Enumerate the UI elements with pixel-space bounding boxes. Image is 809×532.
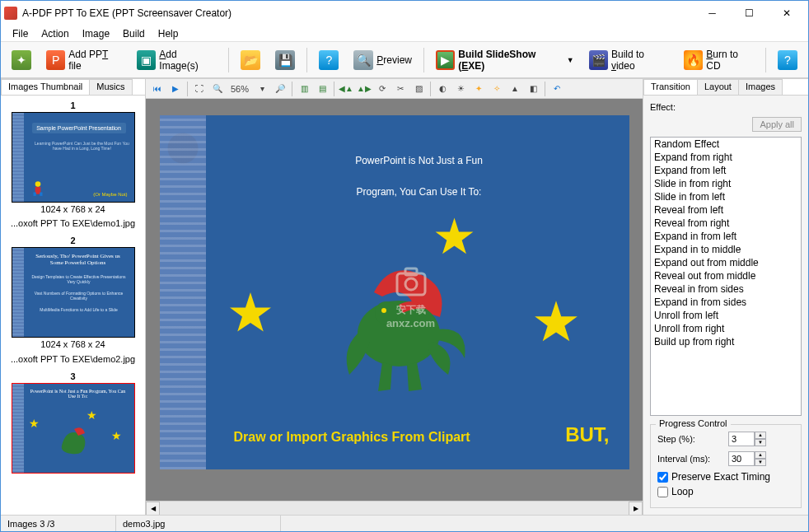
effect-option[interactable]: Expand from right	[651, 151, 801, 164]
thumbnail-item[interactable]: 1 Sample PowerPoint Presentation Learnin…	[4, 99, 142, 231]
tab-transition[interactable]: Transition	[643, 79, 698, 95]
thumbnail-image[interactable]: Seriously, Tho' PowerPoint Gives us Some…	[12, 247, 135, 338]
info-icon: ?	[778, 50, 797, 70]
effect-option[interactable]: Expand out from middle	[651, 256, 801, 269]
effect-option[interactable]: Expand in from sides	[651, 296, 801, 309]
undo-button[interactable]: ↶	[549, 81, 565, 97]
thumbnail-item[interactable]: 3 PowerPoint is Not Just a Fun Program, …	[4, 370, 142, 474]
effect-option[interactable]: Slide in from right	[651, 177, 801, 190]
menu-help[interactable]: Help	[152, 26, 185, 41]
zoom-dropdown[interactable]: ▾	[254, 81, 270, 97]
thumbnail-image[interactable]: Sample PowerPoint Presentation Learning …	[12, 112, 135, 203]
statusbar: Images 3 /3 demo3.jpg	[1, 515, 808, 531]
maximize-button[interactable]: ☐	[731, 2, 768, 25]
rotate-left-button[interactable]: ◀▲	[338, 81, 354, 97]
effect-option[interactable]: Unroll from right	[651, 322, 801, 335]
zoom-out-button[interactable]: 🔍	[209, 81, 226, 97]
rotate-button[interactable]: ⟳	[374, 81, 390, 97]
tab-layout[interactable]: Layout	[697, 79, 739, 95]
effect-button[interactable]: ▨	[410, 81, 427, 97]
horizontal-scrollbar[interactable]: ◀ ▶	[146, 501, 643, 515]
interval-label: Interval (ms):	[657, 454, 723, 464]
effect-option[interactable]: Reveal in from sides	[651, 282, 801, 296]
titlebar: A-PDF PPT To EXE (PPT Screensaver Creato…	[1, 1, 808, 26]
preserve-timing-checkbox[interactable]	[657, 472, 668, 483]
thumbnail-image-selected[interactable]: PowerPoint is Not Just a Fun Program, Yo…	[12, 383, 135, 474]
effect-option[interactable]: Expand from left	[651, 164, 801, 177]
close-button[interactable]: ✕	[768, 2, 805, 25]
minimize-button[interactable]: ─	[694, 2, 731, 25]
color-button[interactable]: ▲	[507, 81, 523, 97]
build-video-button[interactable]: 🎬Build to video	[583, 47, 675, 73]
flip-v-button[interactable]: ▥	[296, 81, 312, 97]
separator	[228, 48, 229, 72]
first-button[interactable]: ⏮	[149, 81, 166, 97]
thumbnail-item[interactable]: 2 Seriously, Tho' PowerPoint Gives us So…	[4, 234, 142, 366]
new-button[interactable]: ✦	[6, 47, 37, 73]
annotation-arrow	[638, 99, 643, 158]
open-button[interactable]: 📂	[235, 47, 266, 73]
build-slideshow-button[interactable]: ▶Build SlideShow (EXE)▼	[430, 47, 580, 73]
rotate-right-button[interactable]: ▲▶	[356, 81, 372, 97]
blur-button[interactable]: ✧	[489, 81, 505, 97]
separator	[423, 48, 424, 72]
help-toolbar-button[interactable]: ?	[313, 47, 344, 73]
preview-area: PowerPoint is Not Just a FunProgram, You…	[146, 99, 643, 501]
scroll-left-button[interactable]: ◀	[146, 502, 160, 516]
grayscale-button[interactable]: ◧	[525, 81, 541, 97]
menu-build[interactable]: Build	[116, 26, 152, 41]
add-images-button[interactable]: ▣Add Image(s)	[131, 47, 222, 73]
step-down[interactable]: ▼	[755, 439, 766, 446]
about-button[interactable]: ?	[772, 47, 803, 73]
thumbnail-list[interactable]: 1 Sample PowerPoint Presentation Learnin…	[1, 96, 145, 515]
step-input[interactable]	[728, 432, 755, 446]
effect-option[interactable]: Random Effect	[651, 138, 801, 151]
flip-h-button[interactable]: ▤	[314, 81, 330, 97]
svg-point-0	[35, 181, 40, 187]
fit-button[interactable]: ⛶	[191, 81, 208, 97]
effect-option[interactable]: Reveal from left	[651, 203, 801, 217]
interval-down[interactable]: ▼	[755, 459, 766, 466]
status-filename: demo3.jpg	[116, 516, 281, 531]
thumbnail-panel: Images Thumbnail Musics 1 Sample PowerPo…	[1, 79, 146, 515]
interval-up[interactable]: ▲	[755, 451, 766, 459]
tab-musics[interactable]: Musics	[89, 79, 132, 95]
brightness-button[interactable]: ☀	[452, 81, 469, 97]
menubar: File Action Image Build Help	[1, 26, 808, 42]
ppt-icon: P	[46, 50, 65, 70]
interval-input[interactable]	[728, 451, 755, 466]
effect-option[interactable]: Build up from right	[651, 335, 801, 348]
effect-option[interactable]: Unroll from left	[651, 309, 801, 322]
sharpen-button[interactable]: ✦	[470, 81, 487, 97]
tab-images-thumbnail[interactable]: Images Thumbnail	[1, 79, 90, 95]
zoom-value: 56%	[227, 84, 252, 94]
scroll-track[interactable]	[160, 502, 629, 516]
save-button[interactable]: 💾	[269, 47, 301, 73]
zoom-in-button[interactable]: 🔎	[272, 81, 288, 97]
effect-option[interactable]: Expand in to middle	[651, 243, 801, 256]
slide-caption: Draw or Import Graphics From Clipart	[234, 430, 470, 445]
help-icon: ?	[319, 50, 339, 70]
scroll-right-button[interactable]: ▶	[629, 502, 643, 516]
menu-file[interactable]: File	[6, 26, 35, 41]
step-up[interactable]: ▲	[755, 432, 766, 439]
crop-button[interactable]: ✂	[392, 81, 409, 97]
add-ppt-button[interactable]: PAdd PPT file	[40, 47, 128, 73]
effect-option[interactable]: Slide in from left	[651, 190, 801, 203]
contrast-button[interactable]: ◐	[434, 81, 451, 97]
images-icon: ▣	[137, 50, 156, 70]
burn-cd-button[interactable]: 🔥Burn to CD	[678, 47, 760, 73]
effect-option[interactable]: Expand in from left	[651, 230, 801, 243]
apply-all-button[interactable]: Apply all	[752, 117, 802, 132]
tab-images[interactable]: Images	[738, 79, 783, 95]
play-button[interactable]: ▶	[167, 81, 184, 97]
loop-checkbox[interactable]	[657, 487, 668, 497]
effect-option[interactable]: Reveal from right	[651, 217, 801, 230]
preview-button[interactable]: 🔍Preview	[348, 47, 418, 73]
status-image-count: Images 3 /3	[1, 516, 116, 531]
menu-action[interactable]: Action	[35, 26, 75, 41]
toolbar: ✦ PAdd PPT file ▣Add Image(s) 📂 💾 ? 🔍Pre…	[1, 42, 808, 78]
effect-option[interactable]: Reveal out from middle	[651, 269, 801, 282]
menu-image[interactable]: Image	[76, 26, 116, 41]
effect-listbox[interactable]: Random EffectExpand from rightExpand fro…	[650, 137, 802, 416]
